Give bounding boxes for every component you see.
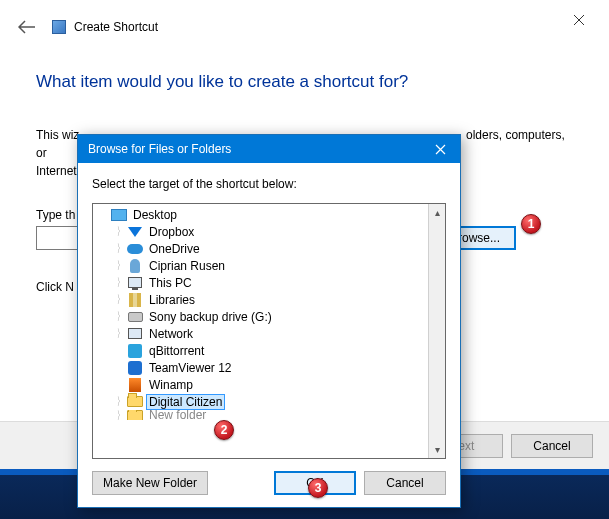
dialog-button-row: Make New Folder OK Cancel [92,459,446,495]
desktop-icon [111,207,127,223]
wizard-heading: What item would you like to create a sho… [36,72,573,92]
tree-item[interactable]: 〉New folder [93,410,428,420]
tree-wrapper: Desktop〉Dropbox〉OneDrive〉Ciprian Rusen〉T… [92,203,446,459]
window-close-button[interactable] [559,6,599,34]
wizard-header: Create Shortcut [36,10,573,44]
wa-icon [127,377,143,393]
expander-icon[interactable]: 〉 [116,310,124,324]
tree-item[interactable]: 〉Digital Citizen [93,393,428,410]
dropbox-icon [127,224,143,240]
wizard-title-text: Create Shortcut [74,20,158,34]
tree-item[interactable]: Desktop [93,206,428,223]
folder-icon [127,410,143,420]
tree-item-label: This PC [147,276,194,290]
tree-item[interactable]: 〉Libraries [93,291,428,308]
tree-item-label: New folder [147,410,208,420]
folder-icon [127,394,143,410]
scrollbar[interactable]: ▴ ▾ [428,204,445,458]
dialog-close-button[interactable] [426,138,454,160]
dialog-title: Browse for Files or Folders [88,142,231,156]
expander-icon[interactable]: 〉 [116,276,124,290]
tree-item-label: Sony backup drive (G:) [147,310,274,324]
shortcut-icon [52,20,66,34]
dialog-instruction: Select the target of the shortcut below: [92,177,446,191]
qb-icon [127,343,143,359]
wizard-cancel-button[interactable]: Cancel [511,434,593,458]
tree-item-label: Winamp [147,378,195,392]
tree-item-label: Libraries [147,293,197,307]
tree-item[interactable]: 〉Dropbox [93,223,428,240]
expander-icon[interactable]: 〉 [116,225,124,239]
wizard-title: Create Shortcut [52,20,158,34]
user-icon [127,258,143,274]
expander-icon[interactable]: 〉 [116,259,124,273]
tv-icon [127,360,143,376]
tree-item-label: OneDrive [147,242,202,256]
expander-icon[interactable]: 〉 [116,327,124,341]
annotation-3: 3 [308,478,328,498]
tree-item[interactable]: 〉Ciprian Rusen [93,257,428,274]
body-frag-1: This wiz [36,128,79,142]
scroll-up-icon[interactable]: ▴ [429,204,445,221]
drive-icon [127,309,143,325]
expander-icon[interactable]: 〉 [116,242,124,256]
tree-item[interactable]: 〉OneDrive [93,240,428,257]
make-new-folder-button[interactable]: Make New Folder [92,471,208,495]
tree-item[interactable]: qBittorrent [93,342,428,359]
tree-item-label: Dropbox [147,225,196,239]
dialog-body: Select the target of the shortcut below:… [78,163,460,507]
scroll-down-icon[interactable]: ▾ [429,441,445,458]
expander-icon[interactable] [116,378,124,392]
tree-item-label: Ciprian Rusen [147,259,227,273]
dialog-cancel-button[interactable]: Cancel [364,471,446,495]
onedrive-icon [127,241,143,257]
tree-item[interactable]: TeamViewer 12 [93,359,428,376]
net-icon [127,326,143,342]
annotation-2: 2 [214,420,234,440]
tree-item[interactable]: Winamp [93,376,428,393]
tree-item-label: TeamViewer 12 [147,361,234,375]
expander-icon[interactable] [116,344,124,358]
folder-tree[interactable]: Desktop〉Dropbox〉OneDrive〉Ciprian Rusen〉T… [93,204,428,458]
tree-item[interactable]: 〉Sony backup drive (G:) [93,308,428,325]
expander-icon[interactable]: 〉 [116,293,124,307]
browse-dialog: Browse for Files or Folders Select the t… [77,134,461,508]
pc-icon [127,275,143,291]
lib-icon [127,292,143,308]
back-button[interactable] [16,16,38,38]
expander-icon[interactable]: 〉 [116,395,124,409]
expander-icon[interactable]: 〉 [116,410,124,420]
tree-item-label: qBittorrent [147,344,206,358]
expander-icon[interactable] [100,208,108,222]
tree-item[interactable]: 〉This PC [93,274,428,291]
tree-item-label: Digital Citizen [147,395,224,409]
dialog-titlebar[interactable]: Browse for Files or Folders [78,135,460,163]
body-frag-3: Internet [36,164,77,178]
expander-icon[interactable] [116,361,124,375]
tree-item-label: Desktop [131,208,179,222]
annotation-1: 1 [521,214,541,234]
tree-item-label: Network [147,327,195,341]
tree-item[interactable]: 〉Network [93,325,428,342]
